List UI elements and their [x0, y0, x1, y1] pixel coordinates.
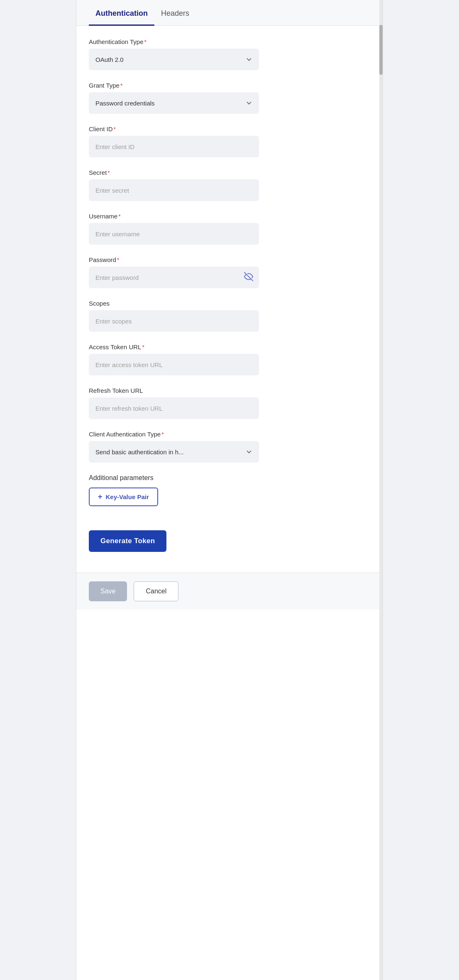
tab-bar: Authentication Headers [76, 0, 383, 26]
password-label: Password * [89, 256, 370, 263]
plus-icon: + [98, 492, 103, 501]
scrollbar[interactable] [379, 0, 383, 980]
access-token-url-group: Access Token URL * [89, 343, 370, 375]
grant-type-select[interactable]: Password credentials Authorization Code … [89, 92, 259, 114]
password-group: Password * [89, 256, 370, 288]
additional-params-group: Additional parameters + Key-Value Pair [89, 474, 370, 519]
additional-params-label: Additional parameters [89, 474, 370, 482]
username-label: Username * [89, 213, 370, 220]
refresh-token-url-label: Refresh Token URL [89, 387, 370, 394]
client-auth-type-label: Client Authentication Type * [89, 431, 370, 438]
secret-required: * [107, 169, 110, 176]
client-id-label: Client ID * [89, 125, 370, 132]
scopes-label: Scopes [89, 300, 370, 307]
password-required: * [117, 257, 119, 263]
client-id-group: Client ID * [89, 125, 370, 157]
auth-type-label: Authentication Type * [89, 38, 370, 45]
access-token-url-input[interactable] [89, 354, 259, 375]
key-value-pair-label: Key-Value Pair [106, 493, 149, 500]
key-value-pair-button[interactable]: + Key-Value Pair [89, 488, 158, 506]
auth-type-required: * [144, 39, 146, 45]
client-auth-type-select[interactable]: Send basic authentication in h... Send c… [89, 441, 259, 463]
tab-authentication[interactable]: Authentication [89, 0, 154, 26]
refresh-token-url-group: Refresh Token URL [89, 387, 370, 419]
save-button[interactable]: Save [89, 581, 127, 601]
tab-headers[interactable]: Headers [154, 0, 196, 26]
secret-label: Secret * [89, 169, 370, 176]
footer: Save Cancel [76, 573, 383, 610]
client-auth-type-required: * [161, 431, 164, 438]
refresh-token-url-input[interactable] [89, 397, 259, 419]
scopes-group: Scopes [89, 300, 370, 332]
secret-group: Secret * [89, 169, 370, 201]
password-wrapper [89, 267, 259, 288]
auth-type-select[interactable]: OAuth 2.0 None Basic Auth Bearer Token [89, 49, 259, 70]
form-content: Authentication Type * OAuth 2.0 None Bas… [76, 26, 383, 573]
client-id-required: * [114, 126, 116, 132]
scrollbar-thumb[interactable] [379, 25, 383, 75]
access-token-url-label: Access Token URL * [89, 343, 370, 350]
generate-token-button[interactable]: Generate Token [89, 530, 166, 552]
username-input[interactable] [89, 223, 259, 245]
username-group: Username * [89, 213, 370, 245]
access-token-url-required: * [142, 344, 144, 350]
cancel-button[interactable]: Cancel [134, 581, 178, 601]
client-auth-type-group: Client Authentication Type * Send basic … [89, 431, 370, 463]
secret-input[interactable] [89, 179, 259, 201]
auth-type-group: Authentication Type * OAuth 2.0 None Bas… [89, 38, 370, 70]
grant-type-group: Grant Type * Password credentials Author… [89, 82, 370, 114]
toggle-password-icon[interactable] [244, 272, 253, 283]
client-id-input[interactable] [89, 136, 259, 157]
password-input[interactable] [89, 267, 259, 288]
grant-type-required: * [120, 82, 122, 89]
username-required: * [118, 213, 120, 220]
scopes-input[interactable] [89, 310, 259, 332]
grant-type-label: Grant Type * [89, 82, 370, 89]
